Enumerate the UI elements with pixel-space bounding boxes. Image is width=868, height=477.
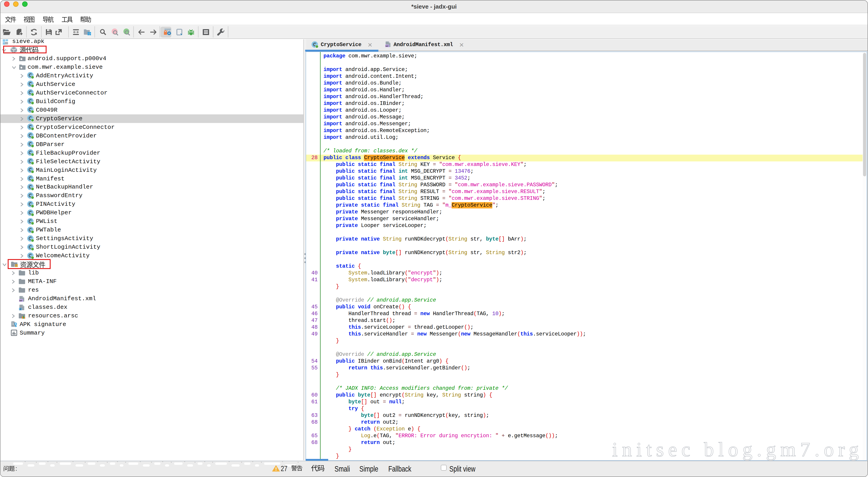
svg-text:MF: MF <box>20 299 23 302</box>
svg-text:MF: MF <box>385 45 389 47</box>
svg-text:J: J <box>20 307 21 310</box>
